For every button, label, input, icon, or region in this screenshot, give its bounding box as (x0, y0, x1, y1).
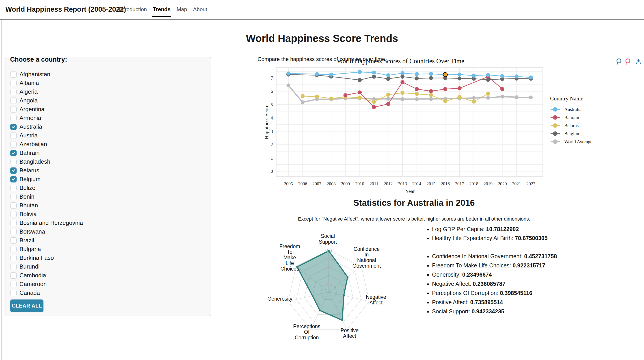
country-checkbox[interactable] (10, 194, 16, 200)
data-point[interactable] (415, 92, 419, 96)
country-row-botswana[interactable]: Botswana (4, 227, 211, 236)
country-row-canada[interactable]: Canada (4, 288, 211, 297)
country-row-cameroon[interactable]: Cameroon (4, 280, 211, 288)
data-point[interactable] (315, 72, 319, 76)
data-point[interactable] (301, 94, 305, 98)
country-row-bangladesh[interactable]: Bangladesh (4, 157, 211, 166)
data-point[interactable] (500, 74, 504, 78)
country-checkbox[interactable] (10, 71, 16, 78)
data-point[interactable] (429, 97, 433, 101)
country-checkbox[interactable] (10, 106, 16, 113)
country-row-benin[interactable]: Benin (4, 192, 211, 201)
data-point[interactable] (415, 72, 419, 76)
data-point[interactable] (458, 73, 462, 77)
country-row-burundi[interactable]: Burundi (4, 262, 211, 271)
data-point[interactable] (458, 77, 462, 81)
data-point[interactable] (386, 102, 390, 106)
data-point[interactable] (429, 93, 433, 97)
data-point[interactable] (415, 77, 419, 81)
data-point[interactable] (529, 76, 533, 80)
data-point[interactable] (486, 78, 490, 82)
data-point[interactable] (500, 95, 504, 99)
country-row-angola[interactable]: Angola (4, 96, 211, 105)
highlighted-point[interactable] (443, 73, 448, 77)
data-point[interactable] (344, 93, 348, 97)
country-row-bhutan[interactable]: Bhutan (4, 201, 211, 210)
country-row-belarus[interactable]: Belarus (4, 166, 211, 175)
data-point[interactable] (486, 73, 490, 77)
country-row-azerbaijan[interactable]: Azerbaijan (4, 140, 211, 149)
data-point[interactable] (358, 90, 362, 94)
data-point[interactable] (514, 74, 518, 79)
data-point[interactable] (458, 95, 462, 99)
country-row-bolivia[interactable]: Bolivia (4, 210, 211, 219)
nav-tab-trends[interactable]: Trends (153, 6, 170, 13)
data-point[interactable] (486, 92, 490, 96)
country-checkbox[interactable] (10, 185, 16, 191)
country-checkbox[interactable] (10, 264, 16, 270)
country-checkbox[interactable] (10, 290, 16, 296)
country-checkbox[interactable] (10, 98, 16, 104)
country-row-bulgaria[interactable]: Bulgaria (4, 245, 211, 253)
country-row-cambodia[interactable]: Cambodia (4, 271, 211, 280)
country-checkbox[interactable] (10, 176, 16, 182)
data-point[interactable] (443, 87, 447, 91)
data-point[interactable] (529, 96, 533, 99)
data-point[interactable] (429, 76, 433, 80)
data-point[interactable] (400, 91, 404, 95)
country-checkbox[interactable] (10, 89, 16, 95)
data-point[interactable] (458, 86, 462, 90)
country-checkbox[interactable] (10, 124, 16, 130)
data-point[interactable] (400, 75, 404, 79)
country-row-burkina-faso[interactable]: Burkina Faso (4, 253, 211, 262)
country-checkbox[interactable] (10, 272, 16, 279)
country-row-afghanistan[interactable]: Afghanistan (4, 70, 211, 79)
country-row-bahrain[interactable]: Bahrain (4, 149, 211, 157)
download-chart-icon[interactable] (636, 58, 642, 65)
data-point[interactable] (486, 96, 490, 100)
data-point[interactable] (400, 80, 404, 84)
country-row-argentina[interactable]: Argentina (4, 105, 211, 114)
data-point[interactable] (358, 96, 362, 100)
data-point[interactable] (500, 87, 504, 91)
nav-tab-about[interactable]: About (193, 6, 207, 13)
country-checkbox[interactable] (10, 255, 16, 261)
country-checkbox[interactable] (10, 220, 16, 226)
happiness-trend-chart[interactable]: 2005200620072008200920102011201220132014… (264, 57, 554, 194)
data-point[interactable] (429, 89, 433, 93)
data-point[interactable] (372, 71, 376, 75)
data-point[interactable] (358, 78, 362, 82)
country-checkbox[interactable] (10, 150, 16, 156)
data-point[interactable] (415, 97, 418, 101)
data-point[interactable] (472, 100, 476, 104)
nav-tab-map[interactable]: Map (176, 6, 187, 13)
country-row-belize[interactable]: Belize (4, 184, 211, 192)
data-point[interactable] (472, 96, 476, 100)
country-checkbox[interactable] (10, 211, 16, 217)
country-row-australia[interactable]: Australia (4, 122, 211, 131)
data-point[interactable] (472, 74, 476, 78)
country-checkbox[interactable] (10, 237, 16, 244)
country-checkbox[interactable] (10, 133, 16, 139)
country-checkbox[interactable] (10, 80, 16, 86)
country-row-belgium[interactable]: Belgium (4, 175, 211, 184)
country-row-austria[interactable]: Austria (4, 131, 211, 140)
country-row-algeria[interactable]: Algeria (4, 87, 211, 96)
data-point[interactable] (372, 105, 376, 109)
data-point[interactable] (401, 97, 404, 101)
data-point[interactable] (358, 70, 362, 74)
data-point[interactable] (386, 73, 390, 77)
country-row-albania[interactable]: Albania (4, 79, 211, 87)
country-checkbox[interactable] (10, 202, 16, 209)
country-checkbox[interactable] (10, 229, 16, 235)
country-checkbox[interactable] (10, 167, 16, 174)
country-checkbox[interactable] (10, 246, 16, 252)
data-point[interactable] (301, 100, 304, 104)
data-point[interactable] (415, 87, 419, 91)
country-row-armenia[interactable]: Armenia (4, 114, 211, 122)
clear-all-button[interactable]: CLEAR ALL (10, 299, 44, 312)
data-point[interactable] (329, 97, 333, 101)
data-point[interactable] (329, 73, 333, 77)
data-point[interactable] (372, 100, 376, 104)
country-checkbox[interactable] (10, 281, 16, 287)
